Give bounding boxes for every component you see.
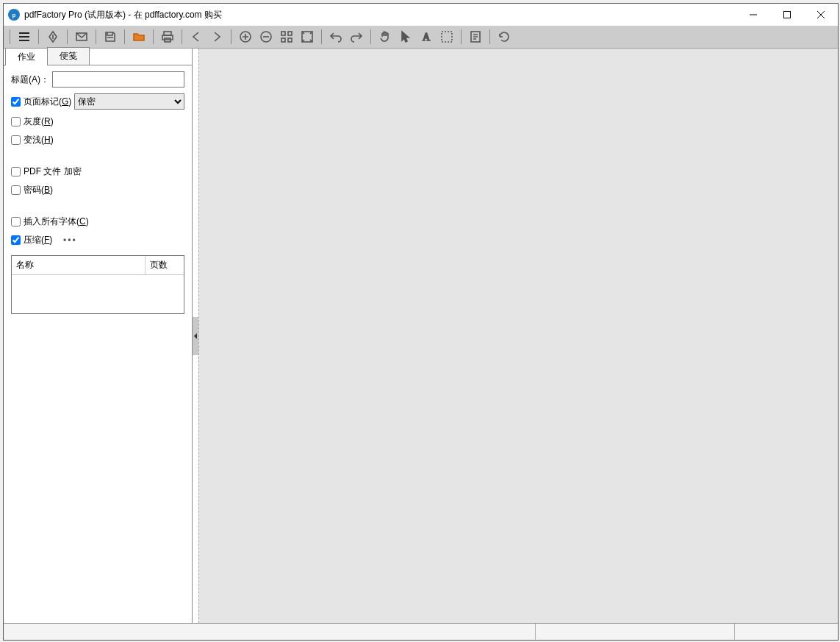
password-row: 密码(B): [11, 184, 184, 196]
minimize-button[interactable]: [736, 4, 770, 26]
grayscale-label: 灰度(R): [24, 115, 54, 128]
save-icon[interactable]: [101, 27, 120, 46]
svg-rect-9: [281, 38, 285, 42]
app-window: p pdfFactory Pro (试用版本) - 在 pdffactory.c…: [3, 3, 839, 641]
side-tabs: 作业 便笺: [4, 49, 192, 65]
encrypt-label: PDF 文件 加密: [24, 165, 82, 178]
zoom-in-icon[interactable]: [236, 27, 255, 46]
status-cell-2: [536, 624, 735, 640]
close-button[interactable]: [804, 4, 838, 26]
compress-checkbox[interactable]: [11, 235, 21, 245]
back-arrow-icon[interactable]: [187, 27, 206, 46]
menu-button[interactable]: [15, 27, 34, 46]
rotate-icon[interactable]: [495, 27, 514, 46]
compress-row: 压缩(F) •••: [11, 234, 184, 246]
tab-notes[interactable]: 便笺: [47, 47, 90, 65]
redo-icon[interactable]: [347, 27, 366, 46]
svg-rect-8: [288, 32, 292, 35]
undo-icon[interactable]: [326, 27, 345, 46]
embedfonts-row: 插入所有字体(C): [11, 215, 184, 228]
pdf-icon[interactable]: [43, 27, 62, 46]
title-input[interactable]: [52, 71, 184, 88]
col-name[interactable]: 名称: [12, 256, 146, 274]
svg-rect-3: [162, 35, 173, 40]
mail-icon[interactable]: [72, 27, 91, 46]
svg-rect-0: [784, 12, 791, 18]
pagemark-checkbox[interactable]: [11, 97, 21, 107]
password-label: 密码(B): [24, 184, 53, 196]
note-icon[interactable]: [466, 27, 485, 46]
title-bar: p pdfFactory Pro (试用版本) - 在 pdffactory.c…: [4, 4, 838, 26]
select-area-icon[interactable]: [437, 27, 456, 46]
job-list[interactable]: 名称 页数: [11, 255, 184, 314]
col-pages[interactable]: 页数: [146, 256, 184, 274]
print-icon[interactable]: [158, 27, 177, 46]
encrypt-checkbox[interactable]: [11, 167, 21, 176]
password-checkbox[interactable]: [11, 185, 21, 195]
status-bar: [4, 623, 838, 640]
app-icon: p: [8, 9, 20, 21]
svg-text:A: A: [423, 32, 431, 43]
embedfonts-checkbox[interactable]: [11, 217, 21, 227]
forward-arrow-icon[interactable]: [207, 27, 226, 46]
embedfonts-label: 插入所有字体(C): [24, 215, 89, 228]
job-form: 标题(A)： 页面标记(G) 保密 灰度(R): [4, 65, 192, 320]
preview-area[interactable]: [198, 49, 838, 623]
pagemark-label: 页面标记(G): [24, 96, 71, 108]
grayscale-row: 灰度(R): [11, 115, 184, 128]
pagemark-row: 页面标记(G) 保密: [11, 93, 184, 110]
splitter[interactable]: [193, 49, 198, 623]
thumbnails-icon[interactable]: [277, 27, 296, 46]
fit-page-icon[interactable]: [298, 27, 317, 46]
svg-rect-7: [281, 32, 285, 35]
title-row: 标题(A)：: [11, 71, 184, 88]
grayscale-checkbox[interactable]: [11, 117, 21, 126]
status-cell-1: [4, 624, 536, 640]
window-title: pdfFactory Pro (试用版本) - 在 pdffactory.com…: [24, 9, 222, 21]
compress-label: 压缩(F): [24, 234, 52, 246]
svg-rect-13: [442, 32, 452, 42]
compress-options-ellipsis[interactable]: •••: [63, 235, 77, 246]
lighten-checkbox[interactable]: [11, 135, 21, 145]
encrypt-row: PDF 文件 加密: [11, 165, 184, 178]
side-panel: 作业 便笺 标题(A)： 页面标记(G) 保密: [4, 49, 193, 623]
toolbar: A: [4, 26, 838, 48]
maximize-button[interactable]: [770, 4, 804, 26]
status-cell-3: [735, 624, 838, 640]
hand-tool-icon[interactable]: [376, 27, 395, 46]
job-list-header: 名称 页数: [12, 256, 184, 275]
zoom-out-icon[interactable]: [256, 27, 276, 46]
title-label: 标题(A)：: [11, 74, 49, 86]
splitter-grip[interactable]: [193, 317, 198, 355]
open-folder-icon[interactable]: [129, 27, 148, 46]
watermark-select[interactable]: 保密: [74, 93, 184, 110]
main-body: 作业 便笺 标题(A)： 页面标记(G) 保密: [4, 48, 838, 623]
text-tool-icon[interactable]: A: [417, 27, 436, 46]
lighten-row: 变浅(H): [11, 134, 184, 146]
lighten-label: 变浅(H): [24, 134, 54, 146]
svg-rect-10: [288, 38, 292, 42]
pointer-tool-icon[interactable]: [396, 27, 415, 46]
tab-job[interactable]: 作业: [5, 48, 48, 65]
